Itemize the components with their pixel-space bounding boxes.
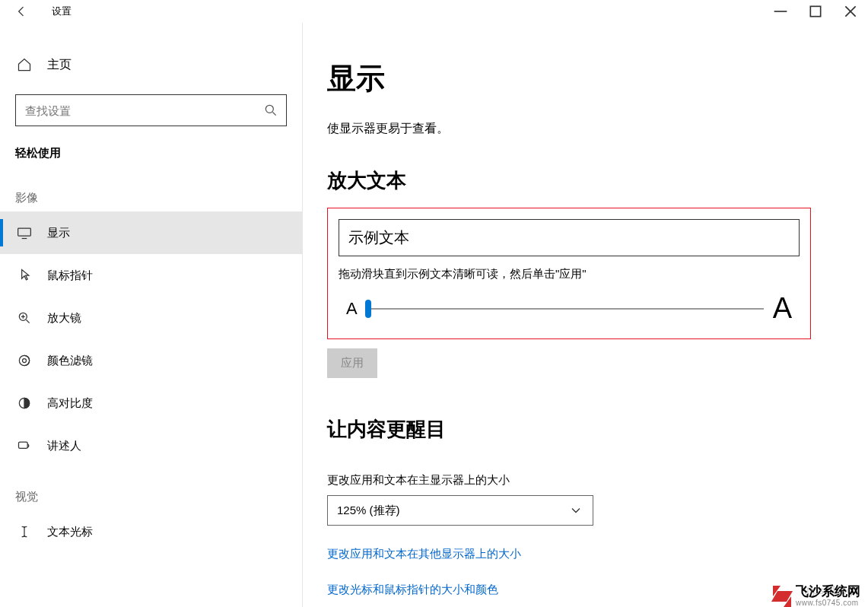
page-intro: 使显示器更易于查看。	[327, 121, 811, 137]
sidebar-item-narrator[interactable]: 讲述人	[0, 424, 302, 467]
highcontrast-icon	[15, 394, 33, 412]
window-title: 设置	[52, 5, 72, 18]
cursor-icon	[15, 266, 33, 284]
scale-dropdown[interactable]: 125% (推荐)	[327, 495, 593, 526]
brand-name: 飞沙系统网	[796, 585, 860, 598]
slider-thumb[interactable]	[365, 300, 371, 318]
sidebar-home[interactable]: 主页	[0, 46, 302, 84]
sidebar-item-label: 鼠标指针	[47, 269, 93, 283]
svg-rect-1	[810, 6, 820, 16]
slider-hint: 拖动滑块直到示例文本清晰可读，然后单击"应用"	[339, 267, 800, 281]
back-button[interactable]	[6, 0, 37, 23]
chevron-down-icon	[568, 503, 583, 518]
sidebar: 主页 轻松使用 影像 显示 鼠标指针	[0, 23, 303, 607]
link-cursor-size[interactable]: 更改光标和鼠标指针的大小和颜色	[327, 583, 811, 597]
svg-line-5	[273, 113, 276, 116]
sidebar-item-magnifier[interactable]: 放大镜	[0, 297, 302, 339]
brand-badge: 飞沙系统网 www.fs0745.com	[771, 585, 860, 607]
scale-label: 更改应用和文本在主显示器上的大小	[327, 473, 811, 488]
page-title: 显示	[327, 59, 811, 98]
textsize-slider[interactable]	[365, 300, 764, 318]
sidebar-group-label-1: 视觉	[0, 467, 302, 510]
titlebar: 设置	[0, 0, 868, 23]
magnifier-icon	[15, 309, 33, 327]
brand-logo-icon	[771, 586, 793, 607]
search-input[interactable]	[16, 95, 256, 126]
svg-point-13	[23, 359, 27, 363]
link-other-displays[interactable]: 更改应用和文本在其他显示器上的大小	[327, 547, 811, 561]
display-icon	[15, 224, 33, 242]
section-content-heading: 让内容更醒目	[327, 416, 811, 443]
sidebar-item-label: 讲述人	[47, 439, 81, 453]
svg-rect-6	[18, 228, 31, 236]
textsize-highlight-box: 示例文本 拖动滑块直到示例文本清晰可读，然后单击"应用" A A	[327, 208, 811, 339]
slider-small-a: A	[346, 299, 358, 319]
minimize-icon	[773, 4, 788, 19]
sidebar-item-label: 高对比度	[47, 396, 93, 411]
apply-button[interactable]: 应用	[327, 348, 377, 378]
maximize-button[interactable]	[798, 0, 833, 23]
sidebar-group-label-0: 影像	[0, 168, 302, 211]
search-icon	[256, 103, 286, 118]
sidebar-item-colorfilter[interactable]: 颜色滤镜	[0, 339, 302, 382]
content-area: 显示 使显示器更易于查看。 放大文本 示例文本 拖动滑块直到示例文本清晰可读，然…	[303, 23, 868, 607]
slider-big-a: A	[773, 292, 792, 325]
home-icon	[15, 56, 33, 74]
sidebar-item-highcontrast[interactable]: 高对比度	[0, 382, 302, 424]
close-button[interactable]	[833, 0, 868, 23]
sidebar-item-textcursor[interactable]: 文本光标	[0, 510, 302, 553]
sample-text-box: 示例文本	[339, 219, 800, 256]
sidebar-search-wrap	[0, 84, 302, 126]
svg-line-9	[27, 320, 30, 323]
back-arrow-icon	[14, 4, 29, 19]
sidebar-item-label: 放大镜	[47, 311, 81, 326]
sidebar-item-label: 颜色滤镜	[47, 354, 93, 368]
maximize-icon	[808, 4, 823, 19]
sidebar-category: 轻松使用	[0, 126, 302, 168]
scale-value: 125% (推荐)	[337, 504, 400, 518]
brand-url: www.fs0745.com	[796, 599, 860, 607]
sidebar-item-display[interactable]: 显示	[0, 211, 302, 254]
colorfilter-icon	[15, 351, 33, 370]
section-textsize-heading: 放大文本	[327, 167, 811, 194]
sidebar-search[interactable]	[15, 94, 287, 126]
svg-rect-15	[19, 442, 28, 448]
sidebar-item-label: 文本光标	[47, 525, 93, 539]
textcursor-icon	[15, 523, 33, 541]
sidebar-item-cursor[interactable]: 鼠标指针	[0, 254, 302, 297]
sidebar-item-label: 显示	[47, 226, 70, 240]
sidebar-home-label: 主页	[47, 57, 72, 73]
textsize-slider-row: A A	[339, 292, 800, 326]
svg-point-4	[265, 105, 273, 113]
minimize-button[interactable]	[763, 0, 798, 23]
close-icon	[843, 4, 858, 19]
narrator-icon	[15, 437, 33, 455]
